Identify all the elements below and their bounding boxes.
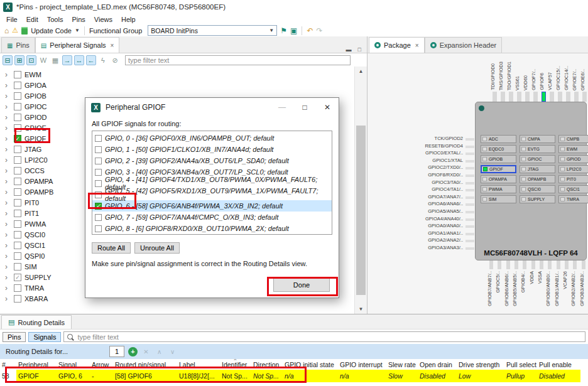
peripheral-cell-adc[interactable]: ADC — [481, 135, 516, 143]
cell-drive-strength[interactable]: Low — [457, 370, 504, 382]
chevron-right-icon[interactable]: › — [5, 231, 11, 239]
redo-icon[interactable]: ↷ — [316, 27, 322, 35]
chevron-right-icon[interactable]: › — [5, 199, 11, 206]
peripheral-cell-jtag[interactable]: JTAG — [520, 165, 555, 173]
peripheral-filter-input[interactable] — [125, 55, 351, 65]
signal-row-gpio-2[interactable]: GPIO, 2 - [39] GPIOF2/ANA4a/XB_OUT6/LP_S… — [92, 155, 332, 166]
peripheral-cell-opampa[interactable]: OPAMPA — [481, 175, 516, 183]
chevron-right-icon[interactable]: › — [5, 295, 11, 303]
chevron-right-icon[interactable]: › — [5, 178, 11, 185]
column-header-gpio-initial-state[interactable]: GPIO initial state — [283, 359, 338, 370]
peripheral-cell-gpiof[interactable]: GPIOF — [481, 165, 516, 173]
home-icon[interactable]: ⌂ — [4, 27, 9, 35]
pin-gpioc14/..[interactable] — [566, 92, 570, 102]
chevron-right-icon[interactable]: › — [5, 103, 11, 110]
pin-vdd60[interactable] — [525, 92, 530, 102]
chevron-right-icon[interactable]: › — [5, 220, 11, 228]
pin-gpioc4/ta1/..[interactable] — [466, 189, 474, 191]
checkbox[interactable] — [14, 82, 21, 89]
checkbox[interactable] — [95, 180, 102, 187]
pin-gpioe7/..[interactable] — [574, 92, 579, 102]
peripheral-cell-cmpa[interactable]: CMPA — [520, 135, 555, 143]
column-header-direction[interactable]: Direction — [251, 359, 283, 370]
update-code-dropdown-icon[interactable]: ▼ — [75, 28, 80, 33]
clear-filter-icon[interactable]: ⊘ — [110, 55, 120, 65]
peripheral-cell-tmra[interactable]: TMRA — [558, 195, 588, 203]
peripheral-cell-pwma[interactable]: PWMA — [481, 185, 516, 193]
peripheral-cell-eqdc0[interactable]: EQDC0 — [481, 145, 516, 153]
column-header-drive-strength[interactable]: Drive strength — [457, 359, 504, 370]
checkbox[interactable] — [14, 252, 21, 260]
checkbox[interactable] — [95, 214, 102, 221]
pin-tms/gpiod3[interactable] — [501, 92, 505, 102]
pin-gpiob0/anb0/..[interactable] — [548, 260, 552, 269]
cell-gpio-interrupt[interactable]: n/a — [338, 370, 386, 382]
quick-route-icon[interactable]: ϟ — [98, 55, 108, 65]
column-header-slew-rate[interactable]: Slew rate — [386, 359, 418, 370]
pin-table-icon[interactable]: ▣ — [290, 27, 297, 35]
checkbox[interactable] — [95, 158, 102, 164]
cell-pull-enable[interactable]: Disabled — [537, 370, 580, 382]
menu-help[interactable]: Help — [117, 16, 140, 23]
add-route-icon[interactable]: + — [128, 347, 138, 357]
pin-gpiob3/anb3/..[interactable] — [582, 260, 585, 269]
checkbox[interactable] — [14, 167, 21, 174]
warning-icon[interactable]: ⚠ — [12, 27, 18, 34]
route-count-input[interactable] — [109, 346, 124, 357]
checkbox[interactable] — [14, 178, 21, 185]
pin-gpioa2/ana2/..[interactable] — [466, 240, 474, 242]
signal-row-gpio-0[interactable]: GPIO, 0 - [36] GPIOF0/XB_IN6/OPAMPB_OUT;… — [92, 132, 332, 144]
peripheral-cell-supply[interactable]: SUPPLY — [520, 195, 555, 203]
column-header-signal[interactable]: Signal — [57, 359, 90, 370]
scroll-up-icon[interactable]: ▲ — [355, 67, 367, 76]
undo-icon[interactable]: ↶ — [307, 27, 313, 35]
checkbox[interactable] — [14, 210, 21, 217]
checkbox[interactable] — [14, 135, 21, 142]
cell-signal[interactable]: GPIO, 6 — [57, 370, 90, 382]
pin-gpioc3/ta0/..[interactable] — [466, 182, 474, 185]
tree-item-gpioa[interactable]: ›GPIOA — [0, 80, 354, 90]
chevron-right-icon[interactable]: › — [5, 71, 11, 78]
checkbox[interactable] — [95, 191, 102, 198]
checkbox[interactable] — [14, 295, 21, 303]
checkbox[interactable] — [14, 242, 21, 249]
column-header-pull-select[interactable]: Pull select — [504, 359, 537, 370]
peripheral-cell-qsci0[interactable]: QSCI0 — [520, 185, 555, 193]
pin-gpioe6/..[interactable] — [582, 92, 587, 102]
chevron-right-icon[interactable]: › — [5, 92, 11, 100]
move-down-icon[interactable]: ∨ — [168, 347, 177, 357]
maximize-view-icon[interactable]: □ — [358, 46, 361, 53]
chevron-right-icon[interactable]: › — [5, 124, 11, 132]
tree-scrollbar[interactable]: ▲ ▼ — [354, 67, 367, 314]
column-header-pull-enable[interactable]: Pull enable — [537, 359, 580, 370]
pin-vcap57[interactable] — [550, 92, 554, 102]
pin-gpiob5/anb5/..[interactable] — [514, 260, 518, 269]
chevron-right-icon[interactable]: › — [5, 146, 11, 153]
chevron-right-icon[interactable]: › — [5, 242, 11, 249]
chevron-right-icon[interactable]: › — [5, 82, 11, 89]
signal-row-gpio-1[interactable]: GPIO, 1 - [50] GPIOF1/CLKO1/XB_IN7/ANA4d… — [92, 144, 332, 155]
checkbox[interactable] — [14, 103, 21, 110]
pin-gpiob1/anb1/..[interactable] — [557, 260, 560, 269]
signals-filter-button[interactable]: Signals — [28, 332, 61, 342]
close-icon[interactable]: ✕ — [316, 98, 339, 117]
checkbox[interactable] — [14, 220, 21, 228]
move-up-icon[interactable]: ∧ — [155, 347, 164, 357]
close-icon[interactable]: × — [415, 42, 419, 49]
chevron-right-icon[interactable]: › — [5, 114, 11, 121]
column-header-arrow[interactable]: Arrow — [90, 359, 113, 370]
column-header-peripheral[interactable]: Peripheral — [16, 359, 57, 370]
pin-vssa[interactable] — [540, 260, 543, 269]
checkbox[interactable] — [95, 225, 102, 232]
route-all-button[interactable]: Route All — [92, 242, 131, 254]
show-routed-icon[interactable]: → — [62, 55, 72, 65]
pin-gpioc1/xtal[interactable] — [466, 160, 474, 163]
peripheral-cell-lpi2c0[interactable]: LPI2C0 — [558, 165, 588, 173]
pin-gpiob2/anb2/..[interactable] — [573, 260, 577, 269]
menu-pins[interactable]: Pins — [67, 16, 89, 23]
collapse-view-icon[interactable]: ⊟ — [3, 55, 13, 65]
pin-gpioc2/txd0/..[interactable] — [466, 167, 474, 169]
menu-tools[interactable]: Tools — [43, 16, 68, 23]
columns-filter-icon[interactable]: ▦ — [50, 55, 60, 65]
checkbox[interactable] — [14, 114, 21, 121]
